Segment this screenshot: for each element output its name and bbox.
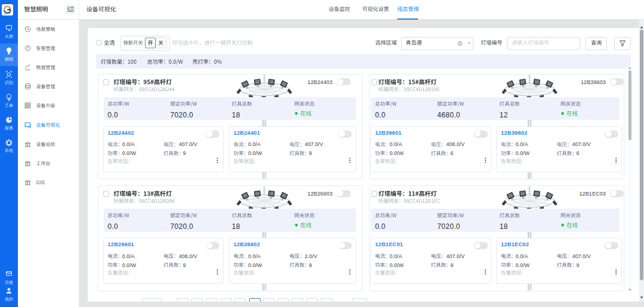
svg-text:9: 9	[309, 262, 312, 268]
svg-text:12B24403: 12B24403	[308, 79, 333, 85]
svg-text:0.0/W: 0.0/W	[389, 262, 404, 268]
svg-text:12B24401: 12B24401	[234, 130, 261, 136]
svg-text:0.0/A: 0.0/A	[122, 253, 135, 259]
svg-text:0.0/A: 0.0/A	[248, 141, 261, 147]
svg-text:0.0/A: 0.0/A	[389, 253, 402, 259]
svg-text:18: 18	[500, 222, 508, 231]
svg-text:12B26601: 12B26601	[107, 241, 134, 247]
svg-text:407.0/V: 407.0/V	[446, 253, 465, 259]
svg-text:407.0/V: 407.0/V	[305, 141, 323, 147]
svg-text:0.0/W: 0.0/W	[515, 150, 530, 156]
svg-text:6: 6	[576, 150, 579, 156]
svg-text:0.0: 0.0	[375, 222, 386, 231]
svg-text:0.0: 0.0	[375, 111, 386, 119]
svg-text:7020.0: 7020.0	[437, 222, 460, 231]
svg-text:12: 12	[500, 111, 508, 119]
svg-text:4680.0: 4680.0	[437, 111, 460, 119]
svg-text:0.0/W: 0.0/W	[122, 262, 137, 268]
svg-text:9: 9	[576, 262, 579, 268]
svg-text:408.0/V: 408.0/V	[446, 141, 465, 147]
svg-text:9: 9	[183, 262, 186, 268]
svg-text:2.0/V: 2.0/V	[305, 253, 317, 259]
svg-text:407.0/V: 407.0/V	[572, 141, 590, 147]
svg-text:18: 18	[232, 222, 240, 231]
svg-text:7020.0: 7020.0	[171, 111, 194, 119]
svg-text:12B1EC03: 12B1EC03	[579, 191, 605, 197]
svg-text:12B26603: 12B26603	[308, 191, 333, 197]
svg-text:407.0/V: 407.0/V	[179, 141, 197, 147]
svg-text:0.0/W: 0.0/W	[248, 150, 262, 156]
svg-text:0.0/W: 0.0/W	[122, 150, 137, 156]
svg-text:0.0/W: 0.0/W	[389, 150, 404, 156]
svg-text:0.0/A: 0.0/A	[389, 141, 402, 147]
svg-text:9: 9	[309, 150, 312, 156]
svg-text:12B26602: 12B26602	[234, 241, 261, 247]
svg-text:407.0/V: 407.0/V	[572, 253, 590, 259]
svg-text:9: 9	[183, 150, 186, 156]
svg-text:0.0: 0.0	[107, 222, 118, 231]
svg-text:12B1EC01: 12B1EC01	[375, 241, 403, 247]
svg-text:0.0: 0.0	[107, 111, 118, 119]
svg-text:0.0/A: 0.0/A	[122, 141, 135, 147]
svg-text:12B39603: 12B39603	[581, 79, 606, 85]
svg-text:6: 6	[450, 150, 453, 156]
svg-text:9: 9	[450, 262, 453, 268]
svg-text:408.0/V: 408.0/V	[179, 253, 197, 259]
svg-text:0.0/A: 0.0/A	[515, 253, 528, 259]
svg-text:0.0/A: 0.0/A	[248, 253, 261, 259]
svg-text:0.0/W: 0.0/W	[248, 262, 262, 268]
svg-text:12B24402: 12B24402	[107, 130, 134, 136]
svg-text:0.0/A: 0.0/A	[515, 141, 528, 147]
svg-text:12B39601: 12B39601	[375, 130, 402, 136]
svg-text:12B1EC02: 12B1EC02	[501, 241, 529, 247]
svg-text:12B39602: 12B39602	[501, 130, 528, 136]
svg-text:0.0/W: 0.0/W	[515, 262, 530, 268]
svg-text:GIS: GIS	[36, 179, 45, 185]
svg-text:18: 18	[232, 111, 240, 119]
svg-text:7020.0: 7020.0	[171, 222, 194, 231]
